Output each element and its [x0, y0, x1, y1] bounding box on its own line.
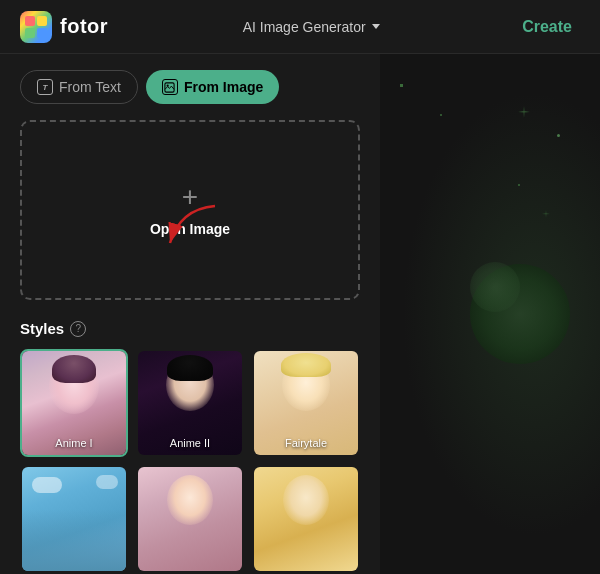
svg-rect-2 [25, 28, 35, 38]
style-item-anime2[interactable]: Anime II [136, 349, 244, 457]
style-item-row2-1[interactable] [20, 465, 128, 573]
tab-from-text[interactable]: T From Text [20, 70, 138, 104]
nav-label: AI Image Generator [243, 19, 366, 35]
sparkle-icon [542, 204, 550, 222]
right-panel-background [380, 54, 600, 574]
tab-text-label: From Text [59, 79, 121, 95]
style-item-row2-2[interactable] [136, 465, 244, 573]
style-item-anime1[interactable]: Anime I [20, 349, 128, 457]
circle-decoration-small [470, 262, 520, 312]
logo-text: fotor [60, 15, 108, 38]
star-decoration [440, 114, 442, 116]
tab-image-label: From Image [184, 79, 263, 95]
chevron-down-icon [372, 24, 380, 29]
create-button[interactable]: Create [514, 14, 580, 40]
sparkle-icon [518, 104, 530, 122]
image-tab-icon [162, 79, 178, 95]
style-label-fairytale: Fairytale [285, 437, 327, 449]
svg-rect-1 [37, 16, 47, 26]
nav-dropdown[interactable]: AI Image Generator [243, 19, 380, 35]
logo-icon [20, 11, 52, 43]
arrow-indicator [160, 201, 220, 255]
styles-header: Styles ? [20, 320, 360, 337]
upload-wrapper: + Open Image [20, 120, 360, 300]
style-label-anime2: Anime II [170, 437, 210, 449]
style-label-anime1: Anime I [55, 437, 92, 449]
style-item-row2-3[interactable] [252, 465, 360, 573]
style-item-fairytale[interactable]: Fairytale [252, 349, 360, 457]
logo-area: fotor [20, 11, 108, 43]
right-panel [380, 54, 600, 574]
svg-rect-3 [37, 28, 47, 38]
text-tab-icon: T [37, 79, 53, 95]
tab-bar: T From Text From Image [20, 70, 360, 104]
tab-from-image[interactable]: From Image [146, 70, 279, 104]
star-decoration [557, 134, 560, 137]
style-grid: Anime I Anime II Fairyta [20, 349, 360, 573]
svg-rect-0 [25, 16, 35, 26]
star-decoration [518, 184, 520, 186]
star-decoration [400, 84, 403, 87]
styles-title: Styles [20, 320, 64, 337]
styles-section: Styles ? Anime I [20, 320, 360, 573]
help-icon[interactable]: ? [70, 321, 86, 337]
left-panel: T From Text From Image + Open Image [0, 54, 380, 574]
main-content: T From Text From Image + Open Image [0, 54, 600, 574]
app-header: fotor AI Image Generator Create [0, 0, 600, 54]
